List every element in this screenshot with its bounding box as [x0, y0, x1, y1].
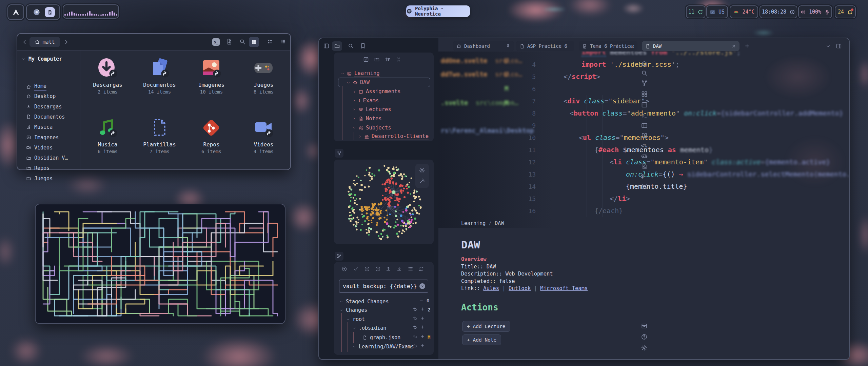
breadcrumb-item[interactable]: Learning: [461, 220, 486, 226]
tray-weather[interactable]: 24°C: [730, 5, 758, 18]
-add-lecturebutton[interactable]: + Add Lecture: [462, 321, 510, 332]
git-row--obsidian[interactable]: .obsidian: [352, 325, 386, 331]
tab-daw[interactable]: DAW: [642, 41, 739, 51]
git-discard-button[interactable]: [413, 306, 417, 313]
file-grid-item-plantillas[interactable]: Plantillas7 items: [134, 117, 185, 168]
file-grid-item-videos[interactable]: Videos4 items: [238, 117, 290, 168]
app-launcher-button[interactable]: [7, 4, 24, 20]
location-button[interactable]: matt: [29, 37, 60, 47]
file-grid-item-repos[interactable]: Repos6 items: [185, 117, 237, 168]
ribbon-dollar-button[interactable]: $: [641, 173, 644, 179]
tree-item-lectures[interactable]: Lectures: [352, 106, 391, 113]
tree-item-learning[interactable]: Learning: [341, 70, 380, 77]
tray-clock[interactable]: 18:08:28: [760, 5, 797, 18]
git-pull-button[interactable]: [396, 266, 402, 273]
git-stage-all-button[interactable]: [364, 266, 370, 273]
sidebar-item-juegos[interactable]: Juegos: [26, 176, 53, 182]
explorer-edit-button[interactable]: [363, 57, 369, 64]
graph-settings-button[interactable]: [419, 167, 425, 175]
ribbon-book-open-button[interactable]: [641, 132, 648, 141]
link-outlook[interactable]: Outlook: [509, 285, 531, 291]
chevron-down-icon[interactable]: [21, 57, 26, 61]
search-ribbon-button[interactable]: [348, 43, 354, 50]
git-commit-button[interactable]: [353, 266, 359, 273]
sidebar-item-desktop[interactable]: Desktop: [26, 93, 56, 99]
git-stage-button[interactable]: [420, 324, 425, 331]
workspace-1[interactable]: [32, 7, 42, 17]
git-refresh-button[interactable]: [418, 266, 424, 273]
tray-keyboard-layout[interactable]: US: [706, 5, 728, 18]
git-stage-button[interactable]: [420, 343, 425, 349]
git-stage-button[interactable]: [420, 334, 425, 340]
explorer-folder-plus-button[interactable]: [374, 57, 380, 64]
explorer-toggle-active[interactable]: [332, 41, 342, 51]
git-panel-button[interactable]: [335, 252, 343, 261]
tray-volume[interactable]: 100%: [798, 5, 832, 18]
new-tab-button[interactable]: [744, 43, 750, 50]
file-grid-item-descargas[interactable]: Descargas2 items: [82, 57, 134, 108]
git-push-button[interactable]: [386, 266, 391, 273]
sidebar-item-videos[interactable]: Videos: [26, 145, 53, 151]
tree-item-assignments[interactable]: Assignments: [352, 88, 401, 95]
explorer-collapse-button[interactable]: [396, 57, 401, 64]
ribbon-fork-button[interactable]: [641, 80, 648, 88]
git-stage-button[interactable]: [420, 316, 425, 322]
grid-view-button-active[interactable]: [249, 37, 259, 47]
back-button[interactable]: [21, 39, 28, 45]
new-file-button[interactable]: [226, 38, 233, 46]
tree-item-desarrollo-cliente[interactable]: Desarrollo-Cliente: [358, 133, 429, 140]
tray-updates[interactable]: 11: [686, 5, 706, 18]
graph-filter-button[interactable]: [419, 178, 425, 186]
breadcrumb-item[interactable]: DAW: [495, 220, 504, 226]
git-row-learning-daw-exams[interactable]: Learning/DAW/Exams: [352, 344, 414, 350]
sidebar-item-obsidianv[interactable]: Obsidian V…: [26, 155, 68, 161]
ribbon-help-button[interactable]: [641, 333, 648, 342]
git-discard-button[interactable]: [413, 334, 417, 340]
forward-button[interactable]: [63, 39, 70, 45]
tab-asp-practice-6[interactable]: ASP Practice 6: [516, 41, 574, 51]
git-row-root[interactable]: root: [346, 316, 365, 322]
graph-panel-button[interactable]: [335, 149, 343, 158]
ribbon-search-button[interactable]: [641, 69, 648, 78]
sidebar-item-imagenes[interactable]: Imagenes: [26, 135, 59, 141]
tab-list-chevron[interactable]: [826, 44, 831, 50]
right-sidebar-toggle[interactable]: [836, 43, 842, 50]
ribbon-gear-button[interactable]: [641, 344, 648, 352]
ribbon-house-button[interactable]: [641, 60, 648, 68]
explorer-sort-button[interactable]: [385, 57, 391, 64]
git-row-changes[interactable]: Changes: [339, 307, 367, 313]
git-commit-push-button[interactable]: [341, 266, 347, 273]
-add-notebutton[interactable]: + Add Note: [462, 334, 501, 345]
git-change-layout-button[interactable]: [408, 266, 413, 273]
compact-view-button[interactable]: [280, 39, 286, 46]
sidebar-item-descargas[interactable]: Descargas: [26, 104, 62, 110]
file-grid-item-musica[interactable]: Musica6 items: [82, 117, 134, 168]
now-playing-widget[interactable]: Polyphia - Neurotica: [406, 5, 470, 17]
git-row-staged-changes[interactable]: Staged Changes: [339, 299, 389, 305]
link-aules[interactable]: Aules: [483, 285, 499, 291]
close-tab-icon[interactable]: [731, 44, 736, 48]
tree-item-notes[interactable]: Notes: [352, 116, 382, 122]
tray-notifications[interactable]: 24: [835, 5, 856, 18]
list-view-button[interactable]: [267, 39, 273, 46]
ribbon-calendar-button[interactable]: [641, 101, 648, 109]
link-microsoft-teams[interactable]: Microsoft Teams: [540, 285, 588, 291]
file-grid-item-documentos[interactable]: Documentos14 items: [134, 57, 185, 108]
ribbon-gamepad-button[interactable]: [641, 152, 648, 161]
workspace-2-active[interactable]: [45, 7, 55, 17]
bookmark-ribbon-button[interactable]: [360, 43, 366, 50]
tree-item-daw[interactable]: DAW: [347, 79, 370, 86]
git-unstage-all-button[interactable]: [375, 266, 381, 273]
ribbon-table-button[interactable]: [641, 122, 648, 130]
terminal-icon[interactable]: $_: [212, 38, 220, 46]
tree-item-subjects[interactable]: Subjects: [352, 125, 391, 131]
search-button[interactable]: [239, 38, 246, 46]
tree-item-exams[interactable]: !Exams: [352, 98, 379, 104]
ribbon-box-button[interactable]: [641, 323, 648, 331]
ribbon-terminal-button[interactable]: [641, 112, 648, 120]
git-discard-button[interactable]: [413, 316, 417, 322]
git-row-graph-json[interactable]: graph.json: [362, 334, 400, 341]
workspace-switcher[interactable]: [26, 4, 60, 20]
ribbon-tools-button[interactable]: [641, 183, 648, 191]
git-discard-button[interactable]: [413, 343, 417, 349]
